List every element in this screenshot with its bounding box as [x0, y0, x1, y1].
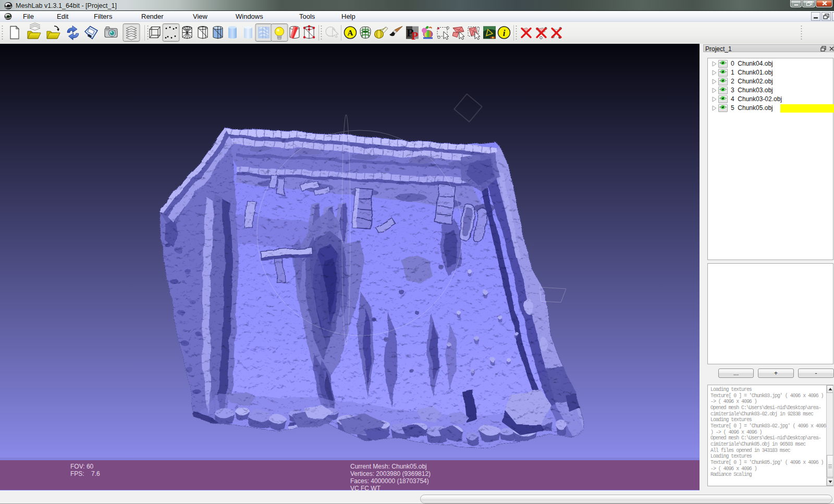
svg-text:i: i: [503, 28, 506, 38]
svg-text:A: A: [348, 29, 353, 37]
svg-text:P: P: [411, 29, 418, 42]
